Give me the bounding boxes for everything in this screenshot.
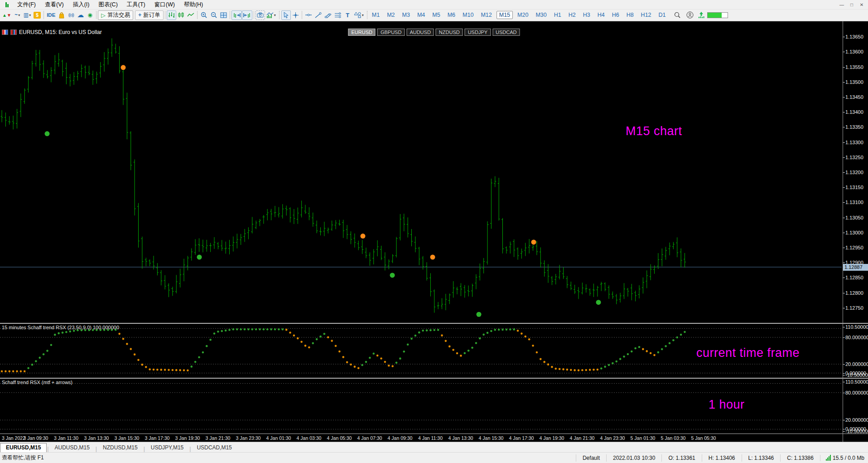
account-icon[interactable] xyxy=(685,10,695,20)
bar-chart-style-icon[interactable] xyxy=(167,10,176,20)
tile-windows-icon[interactable] xyxy=(219,10,228,20)
pane-separator[interactable] xyxy=(0,378,868,379)
symbol-search-icon[interactable] xyxy=(672,10,682,20)
timeframe-button-m20[interactable]: M20 xyxy=(515,11,531,19)
timeframe-button-m2[interactable]: M2 xyxy=(384,11,397,19)
status-low: L: 1.13346 xyxy=(742,454,781,462)
menu-item-2[interactable]: 插入(I) xyxy=(68,0,94,10)
menu-items: 文件(F)查看(V)插入(I)图表(C)工具(T)窗口(W)帮助(H) xyxy=(13,0,207,10)
signals-icon[interactable]: ((o)) xyxy=(66,10,76,20)
timeframe-button-m6[interactable]: M6 xyxy=(445,11,458,19)
time-axis-label: 4 Jan 15:30 xyxy=(479,435,504,441)
pane-separator[interactable] xyxy=(0,323,868,324)
hline-tool-icon[interactable] xyxy=(304,10,313,20)
chart-tab-eurusd[interactable]: EURUSD,M15 xyxy=(0,443,47,452)
chart-tab-nzdusd[interactable]: NZDUSD,M15 xyxy=(97,444,143,452)
auto-scroll-icon[interactable] xyxy=(242,10,252,20)
channel-tool-icon[interactable] xyxy=(323,10,333,20)
timeframe-button-h2[interactable]: H2 xyxy=(566,11,579,19)
symbol-button-audusd[interactable]: AUDUSD xyxy=(406,29,434,36)
menu-item-4[interactable]: 工具(T) xyxy=(122,0,150,10)
buy-signal-dot xyxy=(197,255,202,260)
menu-item-1[interactable]: 查看(V) xyxy=(40,0,68,10)
candlestick-style-icon[interactable] xyxy=(176,10,186,20)
time-axis-label: 5 Jan 05:30 xyxy=(691,435,716,441)
timeframe-button-h6[interactable]: H6 xyxy=(609,11,622,19)
time-axis-label: 3 Jan 11:30 xyxy=(54,435,78,441)
screenshot-camera-icon[interactable] xyxy=(256,10,265,20)
chart-tab-audusd[interactable]: AUDUSD,M15 xyxy=(49,444,95,452)
chart-shift-icon[interactable] xyxy=(231,10,242,20)
timeframe-button-h1[interactable]: H1 xyxy=(551,11,564,19)
symbol-button-nzdusd[interactable]: NZDUSD xyxy=(436,29,463,36)
timeframe-button-m10[interactable]: M10 xyxy=(460,11,476,19)
chart-plot[interactable] xyxy=(0,21,843,442)
timeframe-button-m15[interactable]: M15 xyxy=(497,11,513,19)
timeframe-button-d1[interactable]: D1 xyxy=(656,11,669,19)
time-axis-label: 4 Jan 07:30 xyxy=(357,435,382,441)
sell-signal-dot xyxy=(430,255,435,260)
new-order-button[interactable]: +新订单 xyxy=(135,10,164,20)
cloud-icon[interactable]: ☁ xyxy=(76,10,85,20)
timeframe-button-m4[interactable]: M4 xyxy=(415,11,428,19)
annotation-1-hour: 1 hour xyxy=(709,398,745,412)
market-bag-icon[interactable] xyxy=(57,10,66,20)
timeframe-button-m5[interactable]: M5 xyxy=(429,11,443,19)
depth-of-market-icon[interactable] xyxy=(2,29,8,35)
menu-item-0[interactable]: 文件(F) xyxy=(13,0,40,10)
zoom-out-icon[interactable] xyxy=(209,10,219,20)
timeframe-button-h8[interactable]: H8 xyxy=(624,11,637,19)
ide-button[interactable]: IDE xyxy=(45,10,57,20)
time-axis-label: 3 Jan 09:30 xyxy=(24,435,48,441)
status-profile[interactable]: Default xyxy=(576,454,606,462)
chart-tab-usdjpy[interactable]: USDJPY,M15 xyxy=(145,444,189,452)
connection-status[interactable]: 15.5 / 0.0 Mb xyxy=(820,455,868,461)
time-axis-label: 4 Jan 03:30 xyxy=(297,435,322,441)
timeframe-button-m12[interactable]: M12 xyxy=(478,11,494,19)
indicator1-scale-label: 20.000000 xyxy=(845,361,868,367)
time-axis-label: 4 Jan 19:30 xyxy=(540,435,564,441)
maximize-button[interactable]: □ xyxy=(847,1,856,8)
price-axis-label: 1.13550 xyxy=(845,64,863,70)
timeframe-button-h4[interactable]: H4 xyxy=(595,11,608,19)
indicators-icon[interactable]: ▾ xyxy=(265,10,277,20)
timeframe-button-m1[interactable]: M1 xyxy=(369,11,382,19)
timeframe-button-h3[interactable]: H3 xyxy=(580,11,593,19)
dollar-icon[interactable]: $ xyxy=(32,10,42,20)
toolbar-separator xyxy=(230,11,230,19)
symbol-button-usdcad[interactable]: USDCAD xyxy=(492,29,520,36)
network-traffic-icon xyxy=(697,10,706,20)
line-style-icon[interactable] xyxy=(186,10,196,20)
symbol-button-usdjpy[interactable]: USDJPY xyxy=(465,29,491,36)
close-button[interactable]: ✕ xyxy=(857,1,866,8)
chart-tab-usdcad[interactable]: USDCAD,M15 xyxy=(191,444,237,452)
profiles-icon[interactable]: ~▾ xyxy=(13,10,22,20)
indicator1-scale-label: 110.500000 xyxy=(845,324,868,330)
market-watch-icon[interactable]: ▲▼ xyxy=(1,10,13,20)
indicator1-scale-label: -10.500000 xyxy=(845,372,868,378)
symbol-button-eurusd[interactable]: EURUSD xyxy=(348,29,375,36)
symbol-button-gbpusd[interactable]: GBPUSD xyxy=(377,29,405,36)
timeframe-button-h12[interactable]: H12 xyxy=(638,11,654,19)
menu-item-5[interactable]: 窗口(W) xyxy=(150,0,179,10)
indicator2-scale-label: 80.000000 xyxy=(845,390,868,395)
text-tool-icon[interactable]: T xyxy=(343,10,352,20)
cursor-icon[interactable] xyxy=(281,10,291,20)
shapes-tool-icon[interactable]: ▾ xyxy=(352,10,365,20)
chart-type-icon[interactable] xyxy=(10,29,17,35)
broadcast-add-icon[interactable]: ◉ xyxy=(85,10,95,20)
time-axis-label: 4 Jan 13:30 xyxy=(448,435,473,441)
minimize-button[interactable]: — xyxy=(837,1,846,8)
chart-window[interactable]: EURUSD, M15: Euro vs US Dollar EURUSDGBP… xyxy=(0,21,868,442)
crosshair-icon[interactable] xyxy=(291,10,300,20)
trendline-tool-icon[interactable] xyxy=(313,10,323,20)
zoom-in-icon[interactable] xyxy=(199,10,209,20)
timeframe-button-m30[interactable]: M30 xyxy=(533,11,549,19)
timeframe-button-m3[interactable]: M3 xyxy=(400,11,413,19)
fibonacci-tool-icon[interactable] xyxy=(333,10,343,20)
menu-item-6[interactable]: 帮助(H) xyxy=(179,0,207,10)
menu-item-3[interactable]: 图表(C) xyxy=(94,0,122,10)
menu-bar: 文件(F)查看(V)插入(I)图表(C)工具(T)窗口(W)帮助(H) — □ … xyxy=(0,0,868,10)
chart-profile-icon[interactable]: ▥▾ xyxy=(22,10,32,20)
algo-trading-button[interactable]: ▷算法交易 xyxy=(98,10,133,20)
